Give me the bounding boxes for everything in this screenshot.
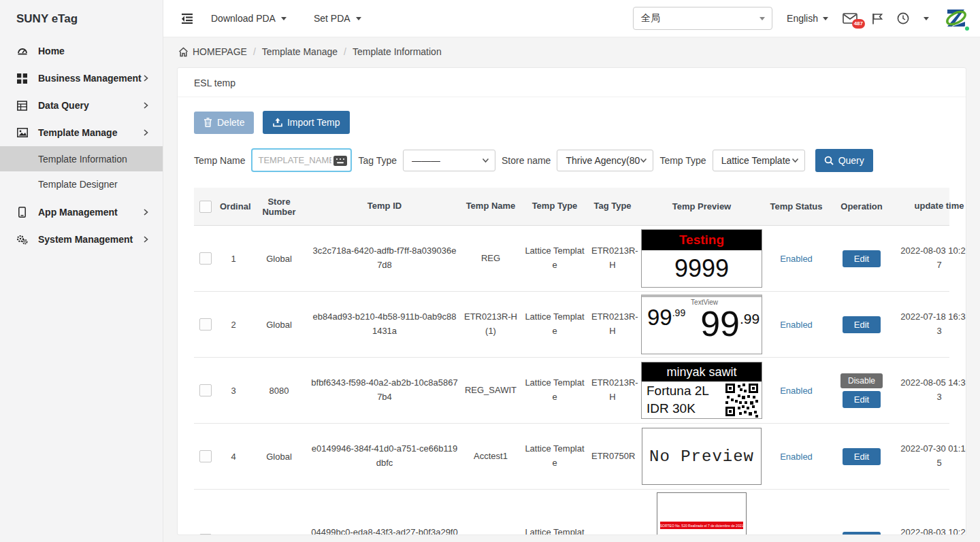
disable-button[interactable]: Disable xyxy=(840,373,883,388)
menu-download-pda[interactable]: Download PDA xyxy=(211,13,287,24)
edit-button[interactable]: Edit xyxy=(843,448,881,465)
dashboard-icon xyxy=(16,46,28,57)
header-update-time: update time xyxy=(898,197,966,216)
header-temp-status: Temp Status xyxy=(767,199,826,214)
message-count-badge: 487 xyxy=(852,19,865,29)
cell-store: 8080 xyxy=(250,383,308,399)
cell-update-time: 2022-07-18 16:31:13 xyxy=(898,307,966,341)
cell-tag-type: ETR0420R xyxy=(589,530,636,535)
status-badge: Enabled xyxy=(780,320,813,330)
app-brand: SUNY eTag xyxy=(0,0,163,37)
import-temp-button[interactable]: Import Temp xyxy=(263,111,350,134)
table-row: 1 Global 3c2c718a-6420-adfb-f7ff-8a03903… xyxy=(194,226,949,292)
chevron-right-icon xyxy=(142,129,149,137)
chevron-down-icon xyxy=(791,158,799,163)
preview-banner-text: minyak sawit xyxy=(642,362,762,382)
template-preview-image: TextView 99.99 99.99 xyxy=(641,294,762,354)
sidebar-item-app-management[interactable]: App Management xyxy=(0,199,163,226)
breadcrumb-template-manage[interactable]: Template Manage xyxy=(262,46,338,57)
table-icon xyxy=(16,100,28,112)
sidebar-item-home[interactable]: Home xyxy=(0,37,163,65)
filter-bar: Temp Name Tag Type ——— Store name xyxy=(194,148,949,172)
header-operation: Operation xyxy=(826,199,898,214)
sidebar-item-business-management[interactable]: Business Management xyxy=(0,65,163,92)
sidebar-toggle-icon[interactable] xyxy=(181,13,193,24)
temp-name-input[interactable] xyxy=(258,155,331,165)
scope-select[interactable]: 全局 xyxy=(633,7,772,30)
store-name-select[interactable]: Thrive Agency(808 xyxy=(557,150,653,171)
cell-ordinal: 4 xyxy=(217,449,250,464)
row-checkbox[interactable] xyxy=(199,252,212,265)
tag-type-select[interactable]: ——— xyxy=(403,150,495,171)
temp-type-label: Temp Type xyxy=(659,155,706,166)
mobile-icon xyxy=(16,207,28,218)
sidebar-item-label: Data Query xyxy=(38,100,89,111)
cell-temp-name: ESL420R(1) xyxy=(461,530,521,535)
search-icon xyxy=(824,156,834,165)
top-navbar: Download PDA Set PDA 全局 English 487 xyxy=(163,0,980,37)
language-menu[interactable]: English xyxy=(787,13,828,24)
template-preview-image: No Preview xyxy=(642,428,762,485)
temp-name-input-wrap xyxy=(251,148,352,172)
clock-icon xyxy=(897,12,909,24)
template-preview-image: minyak sawit Fortuna 2L IDR 30K xyxy=(641,362,762,419)
caret-down-icon[interactable] xyxy=(924,17,929,20)
row-checkbox[interactable] xyxy=(199,318,212,331)
cell-update-time: 2022-07-30 01:14:25 xyxy=(898,439,966,473)
cell-tag-type: ETR0213R-H xyxy=(589,307,636,341)
esl-temp-panel: ESL temp Delete Import Temp xyxy=(177,67,966,535)
edit-button[interactable]: Edit xyxy=(843,532,881,536)
template-preview-image: SORTEO No. 520 Realizado el 7 de diciemb… xyxy=(657,492,747,535)
flag-icon xyxy=(872,13,883,24)
select-all-checkbox[interactable] xyxy=(199,201,212,213)
main-area: Download PDA Set PDA 全局 English 487 xyxy=(163,0,980,542)
edit-button[interactable]: Edit xyxy=(843,250,881,267)
sidebar-item-template-information[interactable]: Template Information xyxy=(0,146,163,171)
row-checkbox[interactable] xyxy=(199,450,212,462)
status-badge: Enabled xyxy=(780,452,813,462)
cell-update-time: 2022-08-03 10:26:58 xyxy=(898,523,966,535)
header-temp-name: Temp Name xyxy=(461,197,521,216)
keyboard-icon[interactable] xyxy=(333,156,347,166)
table-header-row: Ordinal Store Number Temp ID Temp Name T… xyxy=(194,188,949,226)
row-checkbox[interactable] xyxy=(199,534,212,535)
sidebar-item-data-query[interactable]: Data Query xyxy=(0,92,163,119)
cell-ordinal: 2 xyxy=(217,317,250,333)
chevron-down-icon xyxy=(482,158,489,163)
preview-price-large: 99.99 xyxy=(700,306,760,341)
sidebar-item-label: Template Manage xyxy=(38,127,117,138)
cell-temp-type: Lattice Template xyxy=(521,241,589,275)
row-checkbox[interactable] xyxy=(199,384,212,396)
sidebar-item-system-management[interactable]: System Management xyxy=(0,226,163,253)
sidebar-item-template-manage[interactable]: Template Manage xyxy=(0,119,163,146)
cell-temp-type: Lattice Template xyxy=(521,373,589,407)
trash-icon xyxy=(203,118,212,127)
preview-price-small: 99.99 xyxy=(647,306,685,328)
cell-ordinal: 5 xyxy=(217,532,250,536)
history-button[interactable] xyxy=(897,12,909,24)
cell-temp-name: REG xyxy=(461,249,521,269)
query-button[interactable]: Query xyxy=(815,149,873,172)
template-preview-image: Testing 9999 xyxy=(641,229,762,288)
flag-button[interactable] xyxy=(872,13,883,24)
breadcrumb-separator: / xyxy=(344,46,346,57)
sidebar-item-template-designer[interactable]: Template Designer xyxy=(0,171,163,197)
cell-temp-type: Lattice Template xyxy=(521,307,589,341)
temp-type-select[interactable]: Lattice Template xyxy=(713,150,805,171)
breadcrumb-home[interactable]: HOMEPAGE xyxy=(178,46,247,57)
menu-set-pda[interactable]: Set PDA xyxy=(314,13,361,24)
cell-temp-id: 04499bc0-eda8-43f3-ad27-b0f3a29f0c82 xyxy=(308,523,461,535)
cell-ordinal: 3 xyxy=(217,383,250,399)
messages-button[interactable]: 487 xyxy=(843,13,858,24)
cell-temp-name: ETR0213R-H (1) xyxy=(461,307,521,341)
edit-button[interactable]: Edit xyxy=(843,316,881,333)
edit-button[interactable]: Edit xyxy=(843,391,881,408)
user-avatar[interactable] xyxy=(943,5,969,31)
chevron-right-icon xyxy=(142,74,149,82)
cell-temp-type: Lattice Template xyxy=(521,523,589,535)
cell-tag-type: ETR0213R-H xyxy=(589,241,636,275)
header-temp-id: Temp ID xyxy=(308,197,461,216)
sidebar-item-label: Business Management xyxy=(38,73,142,84)
delete-button[interactable]: Delete xyxy=(194,112,254,134)
breadcrumb-separator: / xyxy=(253,46,256,57)
